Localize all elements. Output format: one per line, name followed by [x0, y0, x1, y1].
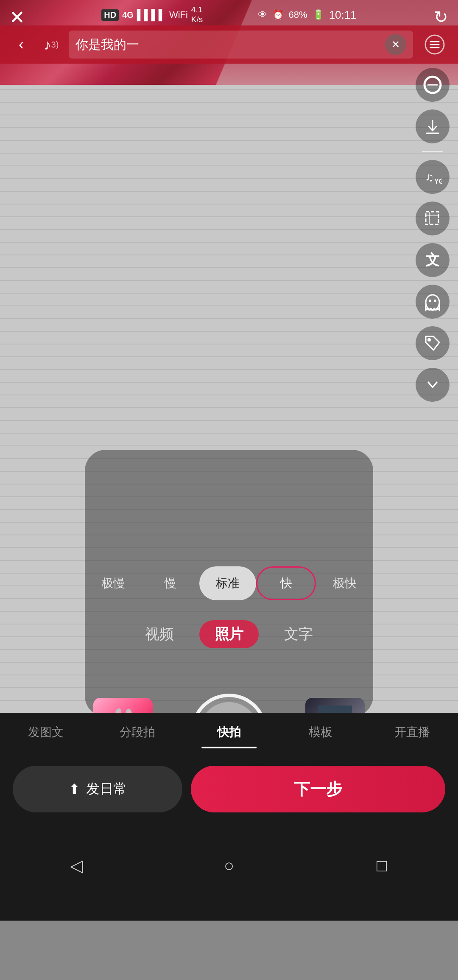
- tab-quick-shoot[interactable]: 快拍: [183, 720, 275, 745]
- tag-button[interactable]: [416, 326, 450, 360]
- music-back-button[interactable]: ‹: [8, 32, 34, 57]
- clear-icon: ✕: [391, 39, 400, 50]
- system-nav-bar: ◁ ○ □: [0, 827, 458, 921]
- music-note-icon: ♪ 3): [41, 36, 62, 53]
- time-display: 10:11: [329, 8, 357, 22]
- hd-badge: HD: [101, 9, 119, 21]
- eye-icon: 👁: [258, 9, 267, 20]
- next-label: 下一步: [294, 778, 342, 800]
- nav-back-button[interactable]: ◁: [55, 848, 98, 882]
- close-icon: ✕: [9, 6, 25, 28]
- action-bar: ⬆ 发日常 下一步: [0, 751, 458, 827]
- download-button[interactable]: [416, 109, 450, 143]
- svg-point-15: [434, 300, 436, 302]
- svg-text:♫: ♫: [425, 171, 434, 184]
- svg-text:YG: YG: [434, 178, 442, 185]
- music-search-text: 你是我的一: [75, 36, 385, 53]
- status-right: 👁 ⏰ 68% 🔋 10:11: [258, 8, 357, 22]
- nav-home-icon: ○: [224, 856, 234, 875]
- svg-rect-10: [426, 212, 438, 224]
- daily-label: 发日常: [86, 780, 127, 798]
- settings-circle-icon: [424, 34, 445, 55]
- tab-template[interactable]: 模板: [275, 720, 366, 745]
- post-daily-button[interactable]: ⬆ 发日常: [13, 766, 182, 812]
- crop-button[interactable]: [416, 202, 450, 235]
- battery-pct: 68%: [289, 9, 307, 20]
- more-button[interactable]: [416, 368, 450, 402]
- toolbar-divider: [422, 151, 443, 152]
- close-button[interactable]: ✕: [0, 0, 34, 34]
- wifi-icon: WiFi: [169, 9, 188, 20]
- next-button[interactable]: 下一步: [191, 766, 445, 812]
- refresh-icon: ↻: [434, 7, 448, 27]
- svg-point-13: [426, 295, 439, 310]
- svg-point-14: [429, 300, 431, 302]
- signal-icon: ▌▌▌▌: [137, 9, 166, 21]
- svg-point-16: [427, 338, 431, 342]
- nav-back-icon: ◁: [70, 856, 83, 875]
- upload-icon: ⬆: [69, 781, 80, 797]
- tab-segment-shoot[interactable]: 分段拍: [92, 720, 183, 745]
- network-badge: 4G: [122, 10, 134, 20]
- nav-recent-button[interactable]: □: [360, 848, 403, 882]
- alarm-icon: ⏰: [272, 9, 284, 20]
- tab-live[interactable]: 开直播: [366, 720, 458, 745]
- text-button[interactable]: 文: [416, 243, 450, 277]
- status-left: HD 4G ▌▌▌▌ WiFi 4.1 K/s: [101, 5, 203, 25]
- back-arrow-icon: ‹: [19, 36, 24, 53]
- music-settings-button[interactable]: [420, 30, 450, 59]
- right-toolbar: ♫ YG 文: [416, 68, 450, 402]
- sticker-button[interactable]: [416, 285, 450, 319]
- bottom-tabs: 发图文 分段拍 快拍 模板 开直播: [0, 713, 458, 751]
- no-entry-button[interactable]: [416, 68, 450, 102]
- nav-recent-icon: □: [377, 856, 387, 875]
- nav-home-button[interactable]: ○: [208, 848, 250, 882]
- text-label: 文: [425, 250, 440, 270]
- tab-post-image[interactable]: 发图文: [0, 720, 92, 745]
- music-clear-button[interactable]: ✕: [385, 34, 406, 55]
- battery-icon: 🔋: [313, 9, 324, 20]
- music-effect-button[interactable]: ♫ YG: [416, 160, 450, 194]
- music-search-area[interactable]: 你是我的一 ✕: [69, 31, 413, 59]
- refresh-button[interactable]: ↻: [424, 0, 458, 34]
- music-bar: ‹ ♪ 3) 你是我的一 ✕: [0, 25, 458, 64]
- data-speed: 4.1 K/s: [191, 5, 203, 25]
